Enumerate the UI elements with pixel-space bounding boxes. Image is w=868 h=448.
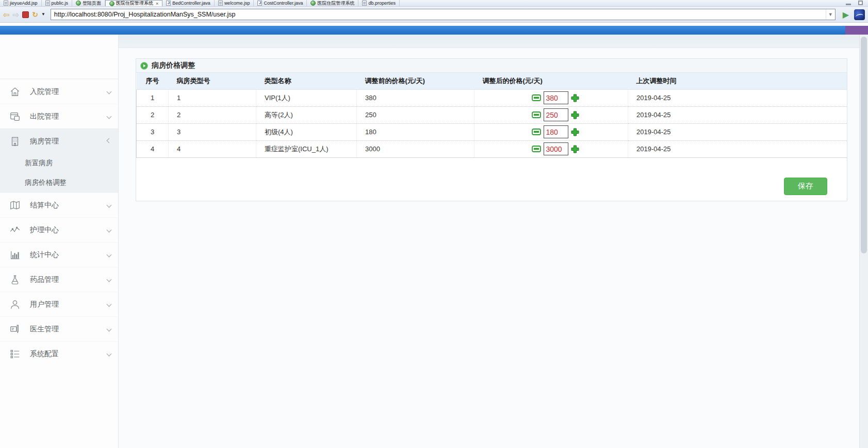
- sidebar-subitem-new-ward[interactable]: 新置病房: [0, 153, 118, 173]
- java-file-icon: [166, 1, 171, 6]
- sidebar-item-system-config[interactable]: 系统配置: [0, 341, 118, 366]
- col-header-type-name: 类型名称: [256, 73, 357, 89]
- chevron-down-icon: [107, 138, 112, 143]
- tab-login-page[interactable]: 登陆页面: [72, 0, 105, 6]
- window-controls: [846, 1, 863, 5]
- sidebar-item-label: 病房管理: [30, 137, 107, 146]
- sidebar-item-ward-management[interactable]: 病房管理: [0, 129, 118, 153]
- vertical-scrollbar[interactable]: [859, 35, 868, 448]
- stop-icon[interactable]: [22, 11, 29, 18]
- sidebar-item-users[interactable]: 用户管理: [0, 292, 118, 316]
- cell-old-price: 250: [357, 106, 474, 123]
- url-input[interactable]: [51, 11, 826, 18]
- tab-jieyueadd-jsp[interactable]: jieyueAdd.jsp: [0, 0, 42, 6]
- col-header-date: 上次调整时间: [628, 73, 847, 89]
- chevron-left-icon: [107, 89, 112, 94]
- col-header-new-price: 调整后的价格(元/天): [474, 73, 628, 89]
- eclipse-browser-icon[interactable]: [854, 9, 865, 20]
- sidebar-item-discharge[interactable]: 出院管理: [0, 104, 118, 129]
- save-button[interactable]: 保存: [784, 178, 827, 195]
- tab-label: BedController.java: [172, 1, 210, 6]
- page-top-navbar: [0, 26, 868, 35]
- col-header-old-price: 调整前的价格(元/天): [357, 73, 474, 89]
- ward-price-table: 序号 病房类型号 类型名称 调整前的价格(元/天) 调整后的价格(元/天) 上次…: [136, 73, 847, 158]
- cell-date: 2019-04-25: [628, 123, 847, 140]
- sidebar-subitem-ward-price-adjust[interactable]: 病房价格调整: [0, 173, 118, 193]
- cell-type-id: 3: [169, 123, 256, 140]
- web-page-icon: [109, 1, 114, 6]
- minimize-icon[interactable]: [846, 4, 851, 5]
- cell-type-name: VIP(1人): [256, 89, 357, 106]
- tab-public-js[interactable]: public.js: [42, 0, 73, 6]
- refresh-icon[interactable]: ↻: [32, 11, 38, 18]
- cell-type-name: 高等(2人): [256, 106, 357, 123]
- toolbar-dropdown-icon[interactable]: ▼: [41, 12, 45, 17]
- cell-date: 2019-04-25: [628, 106, 847, 123]
- tab-label: public.js: [52, 1, 69, 6]
- scrollbar-thumb[interactable]: [861, 37, 867, 253]
- sidebar-item-admission[interactable]: 入院管理: [0, 79, 118, 104]
- cell-num: 3: [137, 123, 169, 140]
- tab-hospital-system-active[interactable]: 医院住院管理系统 ×: [105, 0, 162, 6]
- building-icon: [9, 136, 21, 147]
- web-page-icon: [76, 1, 81, 6]
- sidebar-item-medicine[interactable]: 药品管理: [0, 267, 118, 292]
- new-price-input[interactable]: [544, 125, 568, 138]
- decrease-price-icon[interactable]: [532, 146, 541, 152]
- increase-price-icon[interactable]: [571, 111, 579, 119]
- cell-old-price: 3000: [357, 140, 474, 157]
- sidebar-item-label: 结算中心: [30, 201, 107, 210]
- new-price-input[interactable]: [544, 91, 568, 104]
- chevron-left-icon: [107, 252, 112, 258]
- tab-close-icon[interactable]: ×: [156, 1, 158, 6]
- forward-icon[interactable]: ⇨: [13, 11, 20, 19]
- cell-type-id: 4: [169, 140, 256, 157]
- cell-num: 4: [137, 140, 169, 157]
- cell-type-id: 1: [169, 89, 256, 106]
- browser-toolbar: ⇦ ⇨ ↻ ▼ ▼ ▶: [0, 7, 868, 23]
- tab-hospital-system-2[interactable]: 医院住院管理系统: [307, 0, 358, 6]
- decrease-price-icon[interactable]: [532, 129, 541, 135]
- tab-db-properties[interactable]: db.properties: [358, 0, 400, 6]
- sidebar-group-ward: 病房管理 新置病房 病房价格调整: [0, 129, 118, 193]
- url-dropdown-icon[interactable]: ▼: [826, 9, 835, 20]
- sidebar-item-label: 用户管理: [30, 300, 107, 309]
- sidebar-item-nursing[interactable]: 护理中心: [0, 217, 118, 242]
- cell-old-price: 380: [357, 89, 474, 106]
- increase-price-icon[interactable]: [571, 94, 579, 102]
- sidebar-item-settlement[interactable]: 结算中心: [0, 193, 118, 217]
- tab-costcontroller-java[interactable]: CostController.java: [254, 0, 307, 6]
- user-icon: [9, 299, 21, 310]
- maximize-icon[interactable]: [858, 1, 863, 5]
- web-page-icon: [310, 1, 316, 6]
- cell-type-id: 2: [169, 106, 256, 123]
- tab-bedcontroller-java[interactable]: BedController.java: [162, 0, 215, 6]
- back-icon[interactable]: ⇦: [3, 11, 10, 19]
- chevron-left-icon: [107, 302, 112, 307]
- editor-tab-bar: jieyueAdd.jsp public.js 登陆页面 医院住院管理系统 × …: [0, 0, 868, 7]
- sidebar-item-statistics[interactable]: 统计中心: [0, 242, 118, 267]
- decrease-price-icon[interactable]: [532, 111, 541, 118]
- sidebar-item-label: 统计中心: [30, 250, 107, 260]
- url-bar: ▼: [51, 9, 836, 20]
- prescription-pen-icon: [9, 324, 21, 335]
- cell-date: 2019-04-25: [628, 140, 847, 157]
- cell-type-name: 重症监护室(ICU_1人): [256, 140, 357, 157]
- tab-label: 医院住院管理系统: [116, 0, 153, 7]
- tab-welcome-jsp[interactable]: welcome.jsp: [215, 0, 254, 6]
- increase-price-icon[interactable]: [571, 145, 579, 153]
- navbar-right-segment: [845, 26, 868, 35]
- new-price-input[interactable]: [544, 108, 568, 121]
- go-icon[interactable]: ▶: [843, 10, 849, 20]
- sidebar-item-doctors[interactable]: 医生管理: [0, 316, 118, 341]
- sidebar-item-label: 出院管理: [30, 112, 107, 121]
- bar-chart-icon: [9, 249, 21, 261]
- chevron-left-icon: [107, 114, 112, 119]
- new-price-input[interactable]: [544, 142, 568, 155]
- sidebar: 入院管理 出院管理 病房管理: [0, 35, 119, 448]
- cell-num: 1: [137, 89, 169, 106]
- page-title: 病房价格调整: [152, 61, 195, 70]
- decrease-price-icon[interactable]: [532, 94, 541, 101]
- panel-footer: 保存: [136, 158, 847, 201]
- increase-price-icon[interactable]: [571, 128, 579, 136]
